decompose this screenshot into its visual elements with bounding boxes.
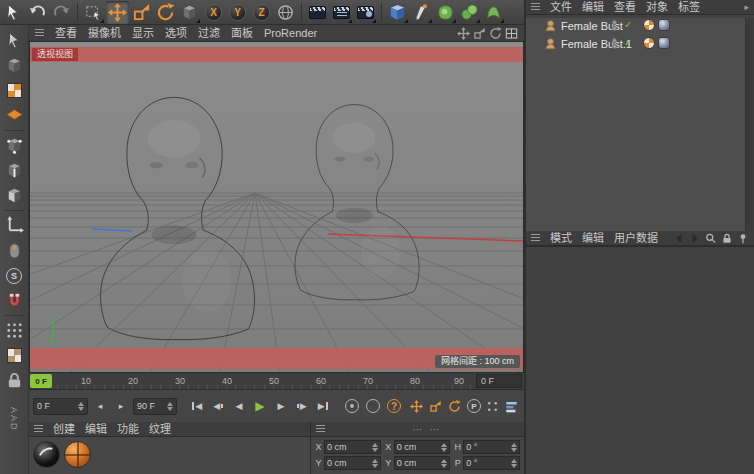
viewport-menu-prorender[interactable]: ProRender bbox=[264, 25, 317, 42]
viewport-solo-button[interactable] bbox=[2, 238, 27, 263]
z-axis-lock-button[interactable]: Z bbox=[250, 1, 273, 24]
move-tool-button[interactable] bbox=[106, 1, 129, 24]
om-menu-view[interactable]: 查看 bbox=[614, 0, 636, 15]
viewport-menu-options[interactable]: 选项 bbox=[165, 25, 187, 42]
record-keyframe-button[interactable] bbox=[343, 397, 361, 415]
am-menu-edit[interactable]: 编辑 bbox=[582, 231, 604, 246]
play-button[interactable]: ▶ bbox=[251, 397, 269, 415]
current-frame-field[interactable]: 0 F bbox=[33, 398, 88, 415]
viewport-menu-camera[interactable]: 摄像机 bbox=[88, 25, 121, 42]
subdivision-surface-button[interactable] bbox=[434, 1, 457, 24]
size-x-field[interactable]: 0 cm bbox=[394, 440, 451, 454]
autokey-button[interactable] bbox=[364, 397, 382, 415]
viewport-menu-view[interactable]: 查看 bbox=[55, 25, 77, 42]
key-position-toggle[interactable] bbox=[409, 398, 425, 415]
viewport-menu-display[interactable]: 显示 bbox=[132, 25, 154, 42]
redo-button[interactable] bbox=[50, 1, 73, 24]
panel-grip[interactable] bbox=[316, 425, 325, 434]
enable-check[interactable]: ✓ bbox=[624, 37, 632, 48]
key-pla-toggle[interactable] bbox=[485, 398, 501, 415]
viewport-zoom-button[interactable] bbox=[473, 27, 486, 40]
end-frame-spinner[interactable] bbox=[167, 402, 173, 411]
polygons-mode-button[interactable] bbox=[2, 183, 27, 208]
visibility-toggles[interactable] bbox=[612, 38, 617, 49]
object-row[interactable]: Female Bust ✓ bbox=[526, 18, 754, 33]
editor-visibility-dot[interactable] bbox=[612, 20, 617, 25]
recent-tool-button[interactable] bbox=[178, 1, 201, 24]
viewport-canvas[interactable]: 透视视图 网格间距 : 100 cm bbox=[29, 42, 524, 372]
enable-check[interactable]: ✓ bbox=[624, 19, 632, 30]
spinner[interactable] bbox=[372, 443, 378, 452]
history-back-button[interactable] bbox=[673, 232, 685, 244]
material-thumb-2[interactable] bbox=[64, 441, 91, 468]
material-menu-texture[interactable]: 纹理 bbox=[149, 422, 171, 437]
key-parameter-toggle[interactable]: P bbox=[466, 398, 482, 415]
edges-mode-button[interactable] bbox=[2, 158, 27, 183]
make-editable-button[interactable] bbox=[2, 28, 27, 53]
prev-frame-button[interactable]: ◀ bbox=[230, 397, 248, 415]
undo-button[interactable] bbox=[26, 1, 49, 24]
viewport-menu-panel[interactable]: 面板 bbox=[231, 25, 253, 42]
viewport-toggle-button[interactable] bbox=[505, 27, 518, 40]
timeline-ruler[interactable]: 0 F 0 10 20 30 40 50 60 70 80 90 0 F bbox=[29, 372, 524, 389]
points-mode-button[interactable] bbox=[2, 133, 27, 158]
material-tag[interactable] bbox=[643, 19, 655, 31]
search-button[interactable] bbox=[705, 232, 717, 244]
visibility-toggles[interactable] bbox=[612, 20, 617, 31]
spline-pen-button[interactable] bbox=[410, 1, 433, 24]
spinner[interactable] bbox=[441, 443, 447, 452]
live-selection-button[interactable] bbox=[82, 1, 105, 24]
magnet-snap-button[interactable] bbox=[2, 288, 27, 313]
texture-mode-button[interactable] bbox=[2, 78, 27, 103]
position-x-field[interactable]: 0 cm bbox=[324, 440, 381, 454]
generators-button[interactable] bbox=[458, 1, 481, 24]
ruler-frame-field[interactable]: 0 F bbox=[476, 374, 522, 388]
workplane-mode-button[interactable] bbox=[2, 103, 27, 128]
material-menu-edit[interactable]: 编辑 bbox=[85, 422, 107, 437]
phong-tag[interactable] bbox=[658, 37, 670, 49]
y-axis-lock-button[interactable]: Y bbox=[226, 1, 249, 24]
keying-help-button[interactable]: ? bbox=[385, 397, 403, 415]
panel-grip[interactable] bbox=[34, 425, 43, 434]
prev-key-mini-button[interactable]: ◂ bbox=[91, 397, 109, 415]
panel-grip[interactable] bbox=[531, 3, 540, 12]
enable-axis-button[interactable] bbox=[2, 213, 27, 238]
rotation-p-field[interactable]: 0 ° bbox=[463, 456, 520, 470]
om-menu-tag[interactable]: 标签 bbox=[678, 0, 700, 15]
material-tag[interactable] bbox=[643, 37, 655, 49]
timeline-editor-button[interactable] bbox=[504, 398, 520, 415]
object-row[interactable]: Female Bust.1 ✓ bbox=[526, 36, 754, 51]
rotate-tool-button[interactable] bbox=[154, 1, 177, 24]
render-picture-viewer-button[interactable] bbox=[330, 1, 353, 24]
drag-dots[interactable]: ⋯ ⋯ bbox=[413, 422, 442, 437]
frame-spinner[interactable] bbox=[78, 402, 84, 411]
phong-tag[interactable] bbox=[658, 19, 670, 31]
am-menu-mode[interactable]: 模式 bbox=[550, 231, 572, 246]
render-visibility-dot[interactable] bbox=[612, 44, 617, 49]
position-y-field[interactable]: 0 cm bbox=[324, 456, 381, 470]
om-menu-object[interactable]: 对象 bbox=[646, 0, 668, 15]
add-primitive-button[interactable] bbox=[386, 1, 409, 24]
next-key-button[interactable]: ▶ bbox=[293, 397, 311, 415]
om-menu-file[interactable]: 文件 bbox=[550, 0, 572, 15]
viewport-rotate-button[interactable] bbox=[489, 27, 502, 40]
material-thumb-1[interactable] bbox=[33, 441, 60, 468]
material-menu-create[interactable]: 创建 bbox=[53, 422, 75, 437]
prev-key-button[interactable]: ◀ bbox=[209, 397, 227, 415]
panel-grip[interactable] bbox=[531, 234, 540, 243]
render-settings-button[interactable] bbox=[354, 1, 377, 24]
panel-grip[interactable] bbox=[35, 29, 44, 38]
viewport-pan-button[interactable] bbox=[457, 27, 470, 40]
size-y-field[interactable]: 0 cm bbox=[394, 456, 451, 470]
lock-attributes-button[interactable] bbox=[721, 232, 733, 244]
snap-toggle-button[interactable]: S bbox=[2, 263, 27, 288]
spinner[interactable] bbox=[511, 459, 517, 468]
end-frame-field[interactable]: 90 F bbox=[133, 398, 177, 415]
object-name[interactable]: Female Bust.1 bbox=[561, 38, 632, 50]
selection-cursor-button[interactable] bbox=[2, 1, 25, 24]
model-mode-button[interactable] bbox=[2, 53, 27, 78]
am-menu-userdata[interactable]: 用户数据 bbox=[614, 231, 658, 246]
workplane-lock-button[interactable] bbox=[2, 343, 27, 368]
editor-visibility-dot[interactable] bbox=[612, 38, 617, 43]
key-rotation-toggle[interactable] bbox=[447, 398, 463, 415]
